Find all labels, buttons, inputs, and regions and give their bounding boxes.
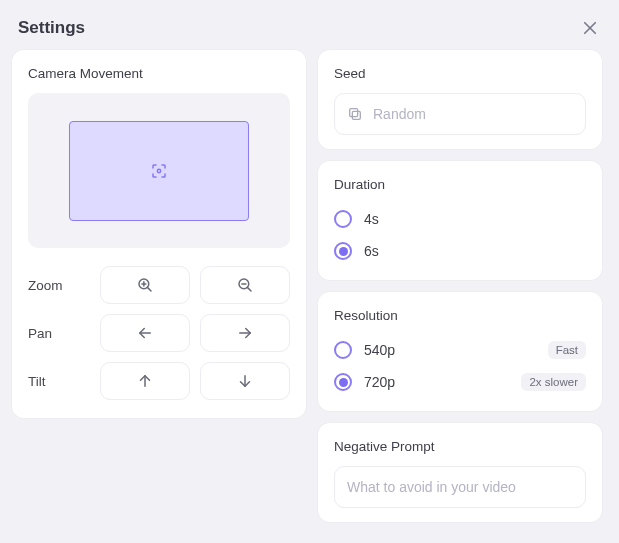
close-button[interactable]: [576, 14, 604, 42]
duration-option-label: 6s: [364, 243, 379, 259]
speed-badge: 2x slower: [521, 373, 586, 391]
duration-option-6s[interactable]: 6s: [334, 236, 586, 266]
svg-line-4: [147, 287, 151, 291]
radio-icon: [334, 373, 352, 391]
pan-left-button[interactable]: [100, 314, 190, 352]
duration-option-4s[interactable]: 4s: [334, 204, 586, 234]
zoom-out-button[interactable]: [200, 266, 290, 304]
resolution-title: Resolution: [334, 308, 586, 323]
camera-movement-card: Camera Movement Zoom: [12, 50, 306, 418]
close-icon: [581, 19, 599, 37]
tilt-up-button[interactable]: [100, 362, 190, 400]
speed-badge: Fast: [548, 341, 586, 359]
page-title: Settings: [18, 18, 85, 38]
resolution-option-label: 540p: [364, 342, 395, 358]
seed-input[interactable]: [373, 106, 573, 122]
duration-title: Duration: [334, 177, 586, 192]
negative-prompt-input[interactable]: [334, 466, 586, 508]
copy-icon: [347, 106, 363, 122]
pan-right-button[interactable]: [200, 314, 290, 352]
arrow-up-icon: [136, 372, 154, 390]
pan-label: Pan: [28, 326, 90, 341]
arrow-down-icon: [236, 372, 254, 390]
arrow-right-icon: [236, 324, 254, 342]
radio-icon: [334, 210, 352, 228]
svg-rect-14: [352, 111, 360, 119]
negative-prompt-card: Negative Prompt: [318, 423, 602, 522]
duration-option-label: 4s: [364, 211, 379, 227]
camera-preview-frame[interactable]: [69, 121, 249, 221]
seed-card: Seed: [318, 50, 602, 149]
zoom-in-icon: [136, 276, 154, 294]
svg-line-8: [247, 287, 251, 291]
tilt-down-button[interactable]: [200, 362, 290, 400]
camera-movement-title: Camera Movement: [28, 66, 290, 81]
duration-card: Duration 4s 6s: [318, 161, 602, 280]
resolution-option-720p[interactable]: 720p 2x slower: [334, 367, 586, 397]
negative-prompt-title: Negative Prompt: [334, 439, 586, 454]
focus-icon: [150, 162, 168, 180]
seed-title: Seed: [334, 66, 586, 81]
radio-icon: [334, 341, 352, 359]
svg-rect-15: [350, 109, 358, 117]
zoom-in-button[interactable]: [100, 266, 190, 304]
arrow-left-icon: [136, 324, 154, 342]
seed-input-wrapper[interactable]: [334, 93, 586, 135]
resolution-option-label: 720p: [364, 374, 395, 390]
tilt-label: Tilt: [28, 374, 90, 389]
svg-point-2: [157, 169, 160, 172]
resolution-option-540p[interactable]: 540p Fast: [334, 335, 586, 365]
camera-preview-stage: [28, 93, 290, 248]
zoom-label: Zoom: [28, 278, 90, 293]
zoom-out-icon: [236, 276, 254, 294]
radio-icon: [334, 242, 352, 260]
resolution-card: Resolution 540p Fast 720p 2x slower: [318, 292, 602, 411]
